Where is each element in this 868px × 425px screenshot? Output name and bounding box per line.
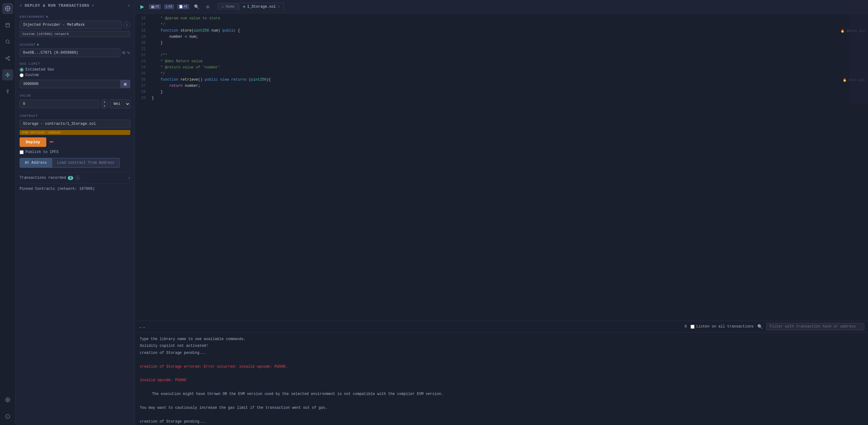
network-badge: Custom (167009) network — [20, 31, 130, 37]
transactions-expand-icon: › — [128, 176, 130, 180]
code-line-24: 24 * @return value of 'number' — [135, 65, 868, 71]
gas-input-row: 3000000 ▣ — [20, 80, 130, 88]
environment-container: Injected Provider - MetaMask i — [20, 21, 130, 29]
gas-limit-label: GAS LIMIT — [20, 62, 130, 66]
deploy-button[interactable]: Deploy — [20, 138, 46, 147]
star-icon: ✦ — [166, 5, 168, 8]
transactions-row[interactable]: Transactions recorded 2 i › — [20, 172, 130, 183]
panel-title-text: DEPLOY & RUN TRANSACTIONS — [25, 3, 89, 8]
publish-ipfs-row: Publish to IPFS — [20, 150, 130, 154]
publish-ipfs-checkbox[interactable] — [20, 150, 24, 154]
svg-rect-1 — [6, 23, 9, 27]
svg-point-4 — [6, 58, 7, 59]
console-msg-7: You may want to cautiously increase the … — [140, 405, 863, 411]
estimated-gas-option[interactable]: Estimated Gas — [20, 67, 130, 72]
code-line-27: 27 return number; — [135, 83, 868, 90]
console-search-button[interactable]: 🔍 — [757, 324, 763, 329]
run-button[interactable]: ▶ — [138, 2, 146, 11]
environment-select[interactable]: Injected Provider - MetaMask — [20, 21, 122, 29]
console-spacer-4 — [140, 398, 863, 404]
code-line-29: 29 } — [135, 96, 868, 102]
code-line-16: 16 * @param num value to store — [135, 16, 868, 22]
pinned-contracts-row: Pinned Contracts (network: 167009) — [20, 183, 130, 194]
console-count: 0 — [685, 325, 687, 329]
deploy-icon: ⚡ — [20, 3, 22, 8]
account-select[interactable]: 0xe5B...C7671 (0.0459888) — [20, 49, 120, 57]
listen-checkbox[interactable] — [690, 325, 694, 329]
console-msg-3: creation of Storage pending... — [140, 350, 863, 356]
sidebar-icon-deploy[interactable] — [2, 69, 13, 80]
tab-close-button[interactable]: ✕ — [278, 4, 280, 9]
filter-input[interactable] — [766, 323, 864, 330]
sidebar-icon-git[interactable] — [2, 53, 13, 64]
console-spacer-3 — [140, 384, 863, 390]
sidebar-icon-search[interactable] — [2, 36, 13, 47]
gas-reset-button[interactable]: ▣ — [120, 80, 130, 88]
arrow-right-icon: › — [128, 3, 130, 8]
tab-home[interactable]: ⌂ Home — [218, 3, 239, 10]
code-line-17: 17 */ — [135, 22, 868, 28]
zoom-out-button[interactable]: 🔍 — [192, 3, 201, 10]
file-icon: ◈ — [243, 4, 245, 9]
collapse-button[interactable]: ⌄⌄ — [138, 324, 146, 329]
load-contract-button[interactable]: Load contract from Address — [52, 158, 120, 168]
ai-badge-1: 🤖 AI — [149, 4, 161, 9]
sidebar-icon-info[interactable] — [2, 411, 13, 422]
transactions-info-icon[interactable]: i — [75, 175, 80, 180]
console-msg-4: creation of Storage errored: Error occur… — [140, 364, 863, 370]
console-msg-1: Type the library name to see available c… — [140, 336, 863, 342]
unit-select[interactable]: Wei Gwei ETH — [110, 99, 130, 109]
listen-label: Listen on all transactions — [696, 325, 754, 329]
svg-marker-6 — [6, 73, 9, 77]
arrow-indicator: ⬅ — [49, 138, 54, 147]
document-icon: 📄 — [179, 5, 183, 8]
ai-badge-2: ✦ AI — [164, 4, 174, 9]
top-bar: ▶ 🤖 AI ✦ AI 📄 AI 🔍 ⊕ ⌂ Home ◈ 1_Storage.… — [135, 0, 868, 13]
custom-gas-option[interactable]: Custom — [20, 73, 130, 77]
value-row: ▲ ▼ Wei Gwei ETH — [20, 99, 130, 109]
value-input[interactable] — [20, 100, 99, 108]
contract-select[interactable]: Storage - contracts/1_Storage.sol — [20, 120, 130, 128]
address-buttons: At Address Load contract from Address — [20, 158, 130, 168]
console-spacer-1 — [140, 357, 863, 363]
console-output: Type the library name to see available c… — [135, 332, 868, 425]
transactions-label: Transactions recorded 2 i — [20, 175, 80, 180]
sidebar-icon-home[interactable] — [2, 3, 13, 14]
svg-point-8 — [7, 399, 8, 400]
sidebar-icon-debug[interactable] — [2, 86, 13, 97]
edit-account-button[interactable]: ✎ — [127, 51, 130, 55]
code-line-20: 20 } — [135, 40, 868, 47]
console-msg-2: Solidity copilot not activated! — [140, 343, 863, 349]
contract-label: CONTRACT — [20, 114, 130, 118]
at-address-button[interactable]: At Address — [20, 158, 52, 168]
gas-limit-input[interactable]: 3000000 — [20, 80, 120, 88]
sidebar-icon-settings[interactable] — [2, 394, 13, 405]
console-spacer-2 — [140, 370, 863, 376]
contract-container: Storage - contracts/1_Storage.sol — [20, 120, 130, 128]
deploy-row: Deploy ⬅ — [20, 138, 130, 147]
copy-account-button[interactable]: ⧉ — [122, 50, 125, 55]
value-up-button[interactable]: ▲ — [101, 100, 107, 104]
value-spinners: ▲ ▼ — [101, 99, 108, 109]
robot-icon: 🤖 — [151, 5, 154, 8]
tab-bar: ⌂ Home ◈ 1_Storage.sol ✕ — [218, 3, 284, 10]
value-down-button[interactable]: ▼ — [101, 104, 107, 108]
icon-sidebar — [0, 0, 15, 425]
tab-storage[interactable]: ◈ 1_Storage.sol ✕ — [239, 3, 284, 10]
account-label: ACCOUNT ⊕ — [20, 42, 130, 47]
custom-gas-radio[interactable] — [20, 73, 24, 77]
zoom-in-button[interactable]: ⊕ — [204, 3, 212, 10]
plus-icon: ⊕ — [37, 42, 39, 47]
svg-point-5 — [8, 59, 9, 60]
environment-info-btn[interactable]: i — [124, 22, 130, 28]
estimated-gas-radio[interactable] — [20, 68, 24, 72]
transactions-badge: 2 — [68, 176, 73, 180]
console-spacer-5 — [140, 412, 863, 418]
sidebar-icon-files[interactable] — [2, 20, 13, 31]
code-area: 16 * @param num value to store 17 */ 18 … — [135, 13, 868, 321]
svg-point-7 — [7, 90, 8, 91]
code-line-25: 25 */ — [135, 71, 868, 77]
console-msg-6: The execution might have thrown OR the E… — [140, 391, 863, 397]
ai-badge-3: 📄 AI — [177, 4, 189, 9]
panel-title: ⚡ DEPLOY & RUN TRANSACTIONS ✓ › — [20, 3, 130, 8]
